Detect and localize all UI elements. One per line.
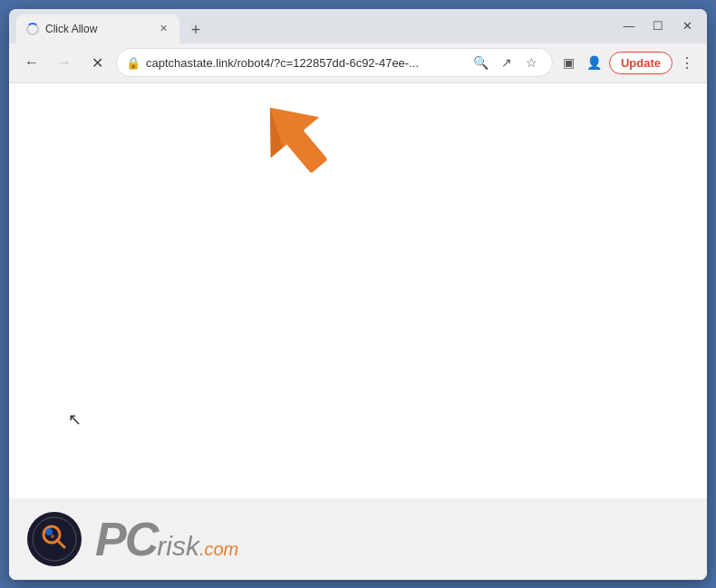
address-bar[interactable]: 🔒 captchastate.link/robot4/?c=122857dd-6… [116,48,553,77]
tab-favicon [25,22,40,36]
watermark: PC risk .com [9,498,707,580]
sidebar-button[interactable]: ▣ [558,52,580,73]
profile-button[interactable]: 👤 [584,52,605,73]
mouse-cursor: ↖ [68,410,82,429]
title-bar: Click Allow ✕ + — ☐ ✕ [9,9,707,43]
browser-menu-button[interactable]: ⋮ [676,52,698,73]
dotcom-label: .com [199,539,238,560]
new-tab-button[interactable]: + [183,18,208,43]
svg-point-3 [33,517,76,561]
tab-spinner [26,23,39,35]
window-controls: — ☐ ✕ [616,14,700,39]
tab-area: Click Allow ✕ + [16,9,609,43]
share-icon-button[interactable]: ↗ [496,52,518,73]
pc-label: PC [95,516,157,563]
lock-icon: 🔒 [126,56,140,70]
update-button[interactable]: Update [609,52,672,74]
tab-close-button[interactable]: ✕ [156,22,170,36]
forward-button[interactable]: → [51,49,78,76]
address-bar-icons: 🔍 ↗ ☆ [470,52,543,73]
url-text: captchastate.link/robot4/?c=122857dd-6c9… [146,56,465,70]
pcrisk-logo [27,512,82,566]
navigation-bar: ← → ✕ 🔒 captchastate.link/robot4/?c=1228… [9,43,707,83]
risk-label: risk [157,533,199,560]
minimize-button[interactable]: — [616,14,642,39]
page-content: ↖ PC risk .com [9,83,707,580]
svg-point-6 [45,528,53,535]
browser-window: Click Allow ✕ + — ☐ ✕ ← → ✕ 🔒 captchasta… [9,9,707,580]
search-icon-button[interactable]: 🔍 [470,52,492,73]
tab-title: Click Allow [45,23,150,35]
toolbar-right: ▣ 👤 Update ⋮ [558,52,698,74]
maximize-button[interactable]: ☐ [645,14,671,39]
active-tab[interactable]: Click Allow ✕ [16,14,179,43]
pcrisk-text: PC risk .com [95,516,238,563]
back-button[interactable]: ← [18,49,45,76]
orange-arrow [254,92,344,192]
svg-point-7 [51,535,54,538]
close-button[interactable]: ✕ [674,14,700,39]
reload-button[interactable]: ✕ [83,49,111,76]
bookmark-icon-button[interactable]: ☆ [521,52,543,73]
